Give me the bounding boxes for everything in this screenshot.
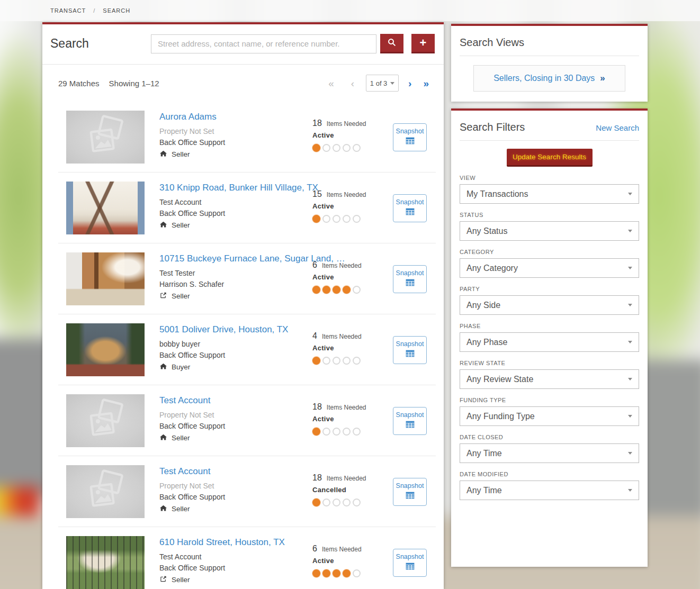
items-needed-count: 18 (312, 119, 322, 128)
item-line-1: Test Tester (159, 268, 312, 279)
chevron-down-icon (628, 193, 632, 195)
role-label: Seller (172, 221, 190, 229)
snapshot-button[interactable]: Snapshot (393, 265, 427, 293)
item-text: 310 Knipp Road, Bunker Hill Village, TX … (159, 182, 312, 230)
item-text: 5001 Doliver Drive, Houston, TX bobby bu… (159, 323, 312, 371)
transaction-list-item: Test Account Property Not Set Back Offic… (42, 385, 444, 456)
item-status: 18 Items Needed Active (312, 394, 393, 436)
item-text: Aurora Adams Property Not Set Back Offic… (159, 111, 312, 159)
divider (460, 140, 639, 141)
status-badge: Active (312, 273, 393, 281)
filter-select[interactable]: Any Category (460, 258, 639, 278)
progress-dot-filled (312, 144, 320, 152)
progress-dot-empty (333, 357, 340, 365)
first-page-icon[interactable]: « (326, 78, 336, 88)
filter-select[interactable]: Any Time (460, 443, 639, 463)
page-select[interactable]: 1 of 3 (366, 75, 399, 92)
home-icon (159, 221, 167, 230)
page-title: Search (50, 37, 151, 51)
item-status: 15 Items Needed Active (312, 182, 393, 223)
progress-dot-empty (353, 286, 361, 294)
snapshot-label: Snapshot (396, 411, 424, 419)
progress-dot-empty (343, 215, 351, 223)
snapshot-button[interactable]: Snapshot (393, 123, 427, 151)
add-transaction-button[interactable]: + (411, 34, 435, 53)
filter-group-party: PARTY Any Side (460, 286, 639, 315)
transaction-title-link[interactable]: Aurora Adams (159, 112, 217, 122)
chevron-down-icon (628, 378, 632, 380)
snapshot-button[interactable]: Snapshot (393, 478, 427, 506)
filter-select[interactable]: Any Phase (460, 332, 639, 352)
filter-select-value: Any Side (466, 301, 500, 310)
filter-select[interactable]: Any Review State (460, 369, 639, 389)
filter-select-value: Any Review State (466, 375, 533, 384)
next-page-icon[interactable]: › (406, 78, 414, 88)
progress-dot-filled (343, 569, 351, 577)
snapshot-label: Snapshot (396, 482, 424, 490)
filter-select[interactable]: My Transactions (460, 184, 639, 204)
filter-select-value: Any Status (466, 226, 507, 236)
progress-dot-filled (312, 357, 320, 365)
snapshot-button[interactable]: Snapshot (393, 549, 427, 577)
transaction-title-link[interactable]: Test Account (159, 395, 210, 406)
property-thumbnail[interactable] (66, 465, 145, 518)
filter-select-value: Any Time (466, 486, 502, 495)
transaction-title-link[interactable]: 310 Knipp Road, Bunker Hill Village, TX (159, 183, 318, 193)
item-line-2: Back Office Support (159, 137, 312, 148)
chevron-down-icon (390, 82, 394, 85)
item-line-1: Test Account (159, 197, 312, 208)
last-page-icon[interactable]: » (421, 78, 431, 88)
items-needed-label: Items Needed (322, 333, 362, 340)
filter-group-view: VIEW My Transactions (460, 175, 639, 204)
filter-select[interactable]: Any Funding Type (460, 406, 639, 426)
home-icon (159, 504, 167, 513)
status-badge: Active (312, 202, 393, 210)
filter-select[interactable]: Any Side (460, 295, 639, 315)
property-thumbnail[interactable] (66, 182, 145, 234)
breadcrumb-transact[interactable]: TRANSACT (50, 7, 86, 14)
item-status: 4 Items Needed Active (312, 323, 393, 365)
prev-page-icon[interactable]: ‹ (349, 78, 356, 88)
progress-dots (312, 428, 393, 436)
progress-dot-empty (353, 428, 361, 436)
filter-select[interactable]: Any Status (460, 221, 639, 241)
plus-icon: + (420, 37, 427, 49)
role-label: Buyer (172, 363, 190, 371)
property-thumbnail[interactable] (66, 536, 145, 589)
new-search-link[interactable]: New Search (596, 123, 639, 132)
search-input[interactable] (151, 34, 376, 53)
item-line-1: bobby buyer (159, 339, 312, 350)
property-thumbnail[interactable] (66, 394, 145, 447)
property-thumbnail[interactable] (66, 252, 145, 305)
table-grid-icon (405, 349, 415, 359)
role-label: Seller (172, 434, 190, 442)
photo-placeholder-icon (84, 469, 127, 514)
progress-dot-filled (312, 499, 320, 506)
transaction-title-link[interactable]: Test Account (159, 466, 210, 477)
saved-view-item[interactable]: Sellers, Closing in 30 Days » (473, 65, 625, 92)
role-label: Seller (172, 292, 190, 300)
progress-dot-empty (343, 428, 351, 436)
snapshot-button[interactable]: Snapshot (393, 407, 427, 435)
snapshot-button[interactable]: Snapshot (393, 194, 427, 222)
snapshot-button[interactable]: Snapshot (393, 336, 427, 364)
table-grid-icon (405, 278, 415, 288)
progress-dot-filled (322, 286, 330, 294)
progress-dot-empty (343, 144, 351, 152)
transaction-list-item: 10715 Buckeye Furnace Lane, Sugar Land, … (42, 243, 444, 314)
filter-select-value: Any Funding Type (466, 412, 535, 421)
progress-dot-empty (322, 144, 330, 152)
item-status: 18 Items Needed Cancelled (312, 465, 393, 506)
property-thumbnail[interactable] (66, 323, 145, 376)
transaction-title-link[interactable]: 610 Harold Street, Houston, TX (159, 537, 285, 548)
page: TRANSACT / SEARCH Search + 29 Matches Sh… (0, 0, 700, 589)
filter-label: STATUS (460, 212, 639, 218)
transaction-title-link[interactable]: 5001 Doliver Drive, Houston, TX (159, 324, 288, 335)
item-text: Test Account Property Not Set Back Offic… (159, 394, 312, 442)
search-button[interactable] (380, 34, 403, 53)
breadcrumb-search[interactable]: SEARCH (103, 7, 130, 14)
items-needed-label: Items Needed (327, 404, 366, 411)
property-thumbnail[interactable] (66, 111, 145, 164)
update-search-results-button[interactable]: Update Search Results (507, 149, 593, 167)
filter-select[interactable]: Any Time (460, 481, 639, 500)
